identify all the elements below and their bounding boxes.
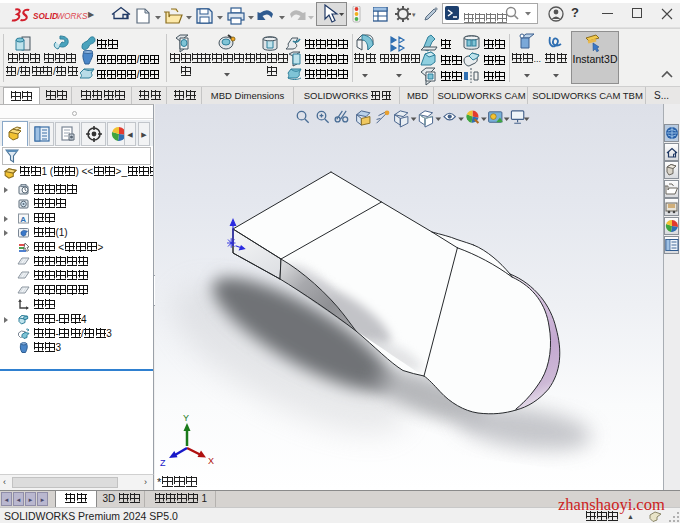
svg-text:Y: Y <box>183 413 189 423</box>
svg-text:A: A <box>20 214 26 223</box>
svg-text:Z: Z <box>160 458 166 468</box>
svg-text:X: X <box>208 456 214 466</box>
